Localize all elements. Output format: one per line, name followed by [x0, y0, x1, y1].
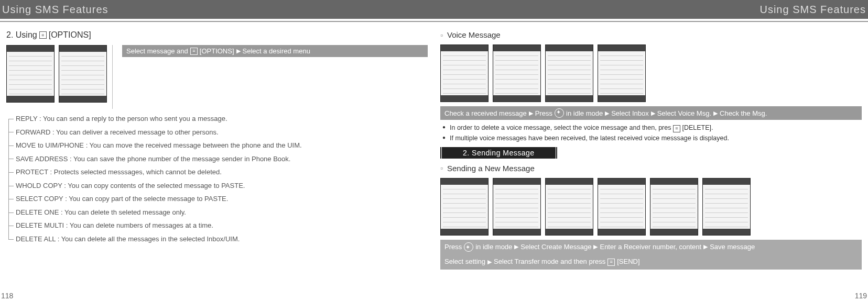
- band-text: Select a desired menu: [243, 47, 310, 55]
- band-text: Select Voice Msg.: [657, 109, 711, 117]
- phone-screenshot: [598, 178, 646, 236]
- option-item: SAVE ADDRESS : You can save the phone nu…: [8, 152, 428, 166]
- phone-screenshot: [440, 178, 489, 236]
- arrow-icon: ▶: [713, 110, 718, 117]
- instruction-band: Check a received message ▶ Press in idle…: [440, 106, 862, 120]
- option-item: MOVE to UIM/PHONE : You can move the rec…: [8, 139, 428, 152]
- square-bullet-icon: ▫: [440, 31, 443, 39]
- phone-screenshot: [493, 178, 541, 236]
- section-heading-text: 2. Sending Message: [441, 147, 556, 159]
- square-bullet-icon: ▫: [440, 164, 443, 172]
- joystick-icon: [555, 108, 564, 118]
- header-title-left: Using SMS Features: [2, 4, 108, 16]
- band-text: Check a received message: [444, 109, 527, 117]
- band-text: Select Create Message: [520, 242, 591, 253]
- subhead-options-label: [OPTIONS]: [49, 30, 91, 40]
- left-subheading: 2. Using ≡ [OPTIONS]: [6, 30, 428, 40]
- band-text: Press: [535, 109, 552, 117]
- heading-text: Voice Message: [447, 30, 501, 39]
- voice-screenshot-row: [440, 44, 862, 102]
- option-item: REPLY : You can send a reply to the pers…: [8, 112, 428, 126]
- band-text: Enter a Receiver number, content: [600, 242, 701, 253]
- band-text: Check the Msg.: [720, 109, 767, 117]
- arrow-icon: ▶: [529, 110, 533, 117]
- option-item: DELETE MULTI : You can delete numbers of…: [8, 219, 428, 232]
- band-text: in idle mode: [475, 242, 512, 253]
- instruction-band: Press in idle mode ▶ Select Create Messa…: [440, 240, 862, 270]
- option-item: FORWARD : You can deliver a received mes…: [8, 126, 428, 139]
- joystick-icon: [464, 242, 473, 252]
- notes-list: In order to delete a voice message, sele…: [442, 123, 862, 143]
- phone-screenshot: [545, 178, 593, 236]
- note-text: In order to delete a voice message, sele…: [450, 124, 671, 131]
- option-item: PROTECT : Protects selected messsages, w…: [8, 165, 428, 179]
- option-item: DELETE ALL : You can delete all the mess…: [8, 232, 428, 246]
- note-text: [DELETE].: [682, 124, 713, 131]
- header-title-right: Using SMS Features: [760, 4, 866, 16]
- arrow-icon: ▶: [236, 48, 241, 54]
- phone-screenshot: [59, 45, 107, 103]
- options-tree: REPLY : You can send a reply to the pers…: [8, 112, 428, 245]
- sending-screenshot-row: [440, 178, 862, 236]
- heading-text: Sending a New Message: [447, 164, 535, 173]
- phone-screenshot: [493, 44, 541, 102]
- menu-icon: ≡: [673, 125, 680, 132]
- band-text: Select setting: [444, 256, 485, 267]
- option-item: DELETE ONE : You can delete th seleted m…: [8, 206, 428, 219]
- phone-screenshot: [6, 45, 55, 103]
- menu-icon: ≡: [190, 48, 198, 55]
- instruction-band: Select message and ≡ [OPTIONS] ▶ Select …: [122, 45, 428, 57]
- sending-heading: ▫ Sending a New Message: [440, 164, 862, 173]
- vertical-separator: [112, 45, 113, 109]
- option-item: SELECT COPY : You can copy part of the s…: [8, 192, 428, 206]
- band-text: [OPTIONS]: [200, 47, 234, 55]
- note-item: If multiple voice messages have been rec…: [442, 133, 862, 143]
- phone-screenshot: [545, 44, 593, 102]
- section-heading-box: 2. Sending Message: [440, 147, 557, 159]
- phone-screenshot: [440, 44, 489, 102]
- right-page: ▫ Voice Message Check a received message…: [434, 22, 868, 270]
- phone-screenshot: [650, 178, 698, 236]
- arrow-icon: ▶: [487, 258, 492, 267]
- section-2-heading-wrap: 2. Sending Message: [440, 147, 862, 159]
- band-text: Select Inbox: [611, 109, 649, 117]
- note-item: In order to delete a voice message, sele…: [442, 123, 862, 133]
- left-page: 2. Using ≡ [OPTIONS] Select message and: [0, 22, 434, 270]
- band-text: in idle mode: [566, 109, 603, 117]
- band-text: Save message: [710, 242, 755, 253]
- band-text: [SEND]: [617, 256, 639, 267]
- arrow-icon: ▶: [703, 242, 708, 252]
- page-header: Using SMS Features Using SMS Features: [0, 0, 868, 19]
- phone-screenshot: [598, 44, 646, 102]
- subhead-prefix: 2. Using: [6, 30, 37, 40]
- arrow-icon: ▶: [593, 242, 598, 252]
- arrow-icon: ▶: [605, 110, 609, 117]
- arrow-icon: ▶: [514, 242, 518, 252]
- band-text: Press: [444, 242, 462, 253]
- page-number-left: 118: [1, 292, 13, 300]
- page-number-right: 119: [855, 292, 867, 300]
- option-item: WHOLD COPY : You can copy contents of th…: [8, 179, 428, 193]
- left-screenshot-row: [6, 45, 107, 103]
- menu-icon: ≡: [607, 259, 615, 266]
- phone-screenshot: [702, 178, 751, 236]
- menu-icon: ≡: [39, 31, 47, 39]
- band-text: Select Transfer mode and then press: [494, 256, 605, 267]
- voice-message-heading: ▫ Voice Message: [440, 30, 862, 39]
- band-text: Select message and: [126, 47, 188, 55]
- arrow-icon: ▶: [651, 110, 655, 117]
